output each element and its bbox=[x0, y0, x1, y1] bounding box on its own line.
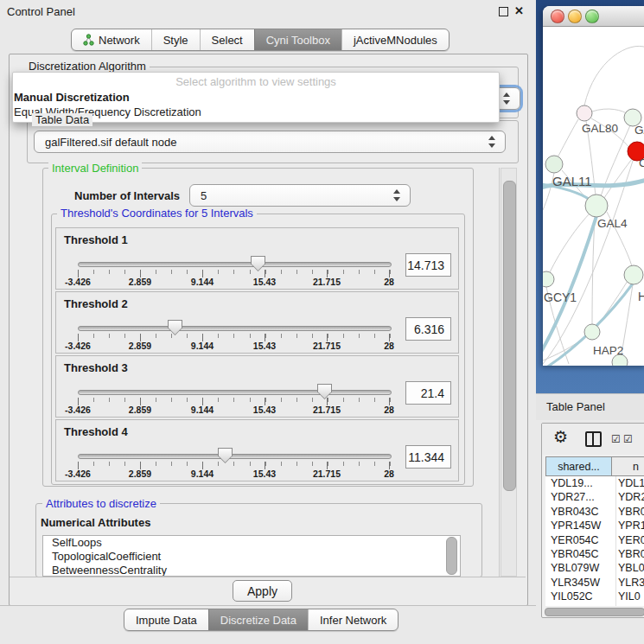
network-icon bbox=[83, 34, 94, 46]
interval-definition-label: Interval Definition bbox=[48, 162, 142, 175]
tab-infer-network[interactable]: Infer Network bbox=[308, 609, 398, 630]
node-label-gal11: GAL11 bbox=[552, 174, 592, 188]
tab-network[interactable]: Network bbox=[72, 29, 151, 50]
threshold-2-panel: Threshold 2 -3.426 2.859 9.144 15.43 21.… bbox=[55, 291, 459, 354]
divider bbox=[10, 577, 526, 577]
num-intervals-value: 5 bbox=[201, 189, 207, 202]
network-window-titlebar[interactable] bbox=[543, 6, 644, 27]
table-data-value: galFiltered.sif default node bbox=[45, 136, 176, 149]
list-scrollbar[interactable] bbox=[446, 537, 457, 575]
cyni-toolbox-panel: Discretization Algorithm Select algorith… bbox=[9, 54, 528, 606]
table-row[interactable]: YPR145WYPR1 bbox=[545, 519, 644, 532]
tab-discretize-data[interactable]: Discretize Data bbox=[208, 609, 308, 630]
slider-ticks bbox=[78, 270, 391, 274]
threshold-2-value-input[interactable]: 6.316 bbox=[405, 317, 451, 341]
close-traffic-icon[interactable] bbox=[551, 10, 564, 23]
network-view-window: GAL80 GA C GAL11 GAL4 GCY1 H HAP2 bbox=[543, 6, 644, 366]
column-header-name[interactable]: n bbox=[612, 456, 644, 476]
threshold-1-slider-track[interactable] bbox=[78, 262, 392, 267]
num-intervals-combobox[interactable]: 5 bbox=[189, 184, 411, 207]
table-row[interactable]: YER054CYER0 bbox=[545, 533, 644, 547]
tab-network-label: Network bbox=[99, 34, 140, 47]
node-label-partial: GA bbox=[634, 124, 644, 137]
tick-label: 21.715 bbox=[303, 469, 351, 479]
network-node-hap2[interactable] bbox=[584, 324, 600, 340]
threshold-1-slider-handle[interactable] bbox=[251, 256, 265, 271]
tick-label: 9.144 bbox=[178, 469, 226, 479]
network-node[interactable] bbox=[624, 265, 643, 284]
panel-title: Control Panel bbox=[7, 5, 75, 18]
tick-label: 15.43 bbox=[240, 341, 289, 351]
threshold-4-slider-handle[interactable] bbox=[218, 448, 233, 463]
threshold-2-slider-handle[interactable] bbox=[168, 320, 182, 335]
tick-label: -3.426 bbox=[54, 469, 102, 479]
table-row[interactable]: YDR27...YDR2 bbox=[545, 490, 644, 504]
threshold-3-slider-track[interactable] bbox=[78, 390, 392, 395]
panel-titlebar: Control Panel ✕ bbox=[0, 0, 536, 22]
network-node-gal4[interactable] bbox=[585, 194, 608, 217]
table-panel-title: Table Panel bbox=[546, 400, 605, 413]
network-view[interactable]: GAL80 GA C GAL11 GAL4 GCY1 H HAP2 bbox=[543, 27, 644, 366]
tick-label: 21.715 bbox=[303, 405, 351, 415]
threshold-2-slider-track[interactable] bbox=[78, 326, 392, 331]
tick-label: 2.859 bbox=[116, 277, 164, 287]
tab-impute-data[interactable]: Impute Data bbox=[124, 609, 208, 630]
slider-ticks bbox=[78, 398, 391, 402]
table-row[interactable]: YDL19...YDL1 bbox=[545, 476, 644, 490]
network-node-gal80[interactable] bbox=[577, 105, 592, 121]
numerical-attributes-label: Numerical Attributes bbox=[41, 516, 150, 529]
table-row[interactable]: YLR345WYLR3 bbox=[545, 576, 644, 590]
cyni-bottom-tabs: Impute Data Discretize Data Infer Networ… bbox=[124, 609, 399, 631]
node-table: YDL19...YDL1 YDR27...YDR2 YBR043CYBR0 YP… bbox=[545, 476, 644, 606]
network-node-gcy1[interactable] bbox=[543, 271, 554, 287]
list-item[interactable]: BetweennessCentrality bbox=[43, 564, 460, 577]
gear-icon[interactable]: ⚙ bbox=[553, 427, 568, 447]
threshold-3-value-input[interactable]: 21.4 bbox=[405, 381, 451, 405]
column-header-shared-name[interactable]: shared... bbox=[545, 456, 612, 476]
threshold-1-value-input[interactable]: 14.713 bbox=[405, 253, 451, 277]
table-row[interactable]: YBR045CYBR0 bbox=[545, 547, 644, 561]
dropdown-hint: Select algorithm to view settings bbox=[13, 75, 499, 88]
threshold-4-slider-track[interactable] bbox=[78, 454, 392, 459]
table-toolbar: ⚙ ☑ ☑ bbox=[542, 424, 644, 455]
tick-label: -3.426 bbox=[54, 405, 102, 415]
apply-button[interactable]: Apply bbox=[233, 580, 292, 602]
checkbox-icon[interactable]: ☑ bbox=[623, 433, 633, 445]
node-label-gal80: GAL80 bbox=[582, 122, 618, 135]
table-row[interactable]: YBR043CYBR0 bbox=[545, 505, 644, 519]
combo-stepper-icon bbox=[393, 189, 401, 201]
table-data-group-label: Table Data bbox=[32, 113, 92, 126]
node-label-gcy1: GCY1 bbox=[544, 290, 577, 304]
threshold-4-label: Threshold 4 bbox=[64, 425, 128, 438]
tab-jactivemnodules[interactable]: jActiveMNodules bbox=[341, 29, 449, 50]
dropdown-item-manual[interactable]: Manual Discretization bbox=[14, 91, 130, 104]
panel-scrollbar-thumb[interactable] bbox=[503, 181, 516, 491]
threshold-4-value-input[interactable]: 11.344 bbox=[405, 445, 451, 469]
tab-select[interactable]: Select bbox=[200, 29, 254, 50]
minimize-traffic-icon[interactable] bbox=[568, 10, 582, 23]
tick-label: -3.426 bbox=[54, 341, 102, 351]
threshold-3-label: Threshold 3 bbox=[64, 361, 128, 374]
checkbox-icon[interactable]: ☑ bbox=[611, 433, 621, 445]
network-node-gal11[interactable] bbox=[545, 156, 563, 173]
tab-style[interactable]: Style bbox=[151, 29, 200, 50]
tab-cyni-toolbox[interactable]: Cyni Toolbox bbox=[254, 29, 341, 50]
attributes-list: SelfLoops TopologicalCoefficient Between… bbox=[42, 535, 461, 577]
table-data-combobox[interactable]: galFiltered.sif default node bbox=[34, 131, 506, 153]
float-window-icon[interactable] bbox=[499, 7, 508, 16]
split-view-icon[interactable] bbox=[585, 431, 602, 447]
list-item[interactable]: SelfLoops bbox=[43, 536, 460, 550]
node-label-hap2: HAP2 bbox=[593, 344, 623, 357]
table-hscrollbar-thumb[interactable] bbox=[545, 608, 644, 616]
table-row[interactable]: YIL052CYIL0 bbox=[545, 590, 644, 603]
zoom-traffic-icon[interactable] bbox=[585, 10, 599, 23]
divider bbox=[0, 605, 536, 606]
tick-label: 28 bbox=[365, 469, 413, 479]
table-row[interactable]: YBL079WYBL0 bbox=[545, 561, 644, 575]
threshold-3-slider-handle[interactable] bbox=[317, 384, 332, 399]
close-icon[interactable]: ✕ bbox=[514, 4, 524, 17]
tick-label: 2.859 bbox=[116, 405, 164, 415]
slider-ticks bbox=[78, 462, 391, 466]
list-item[interactable]: TopologicalCoefficient bbox=[43, 550, 460, 564]
tick-label: -3.426 bbox=[54, 277, 102, 287]
